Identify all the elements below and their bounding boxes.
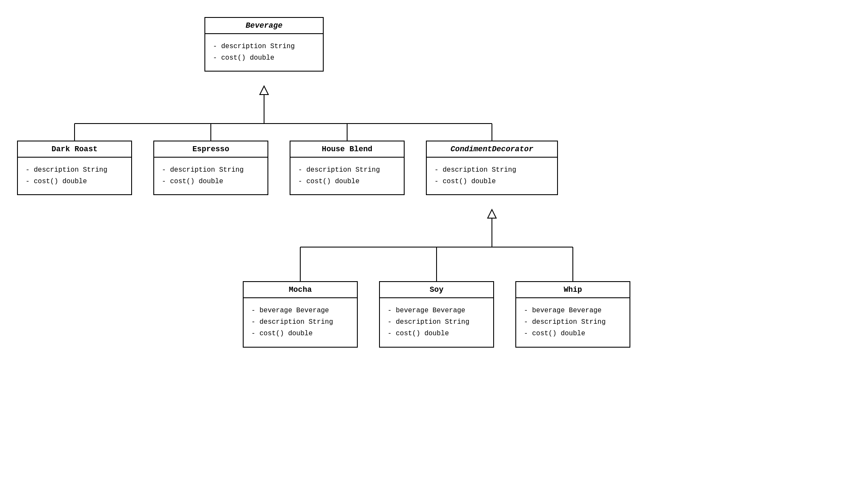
whip-field-3: - cost() double xyxy=(524,328,622,340)
whip-body: - beverage Beverage - description String… xyxy=(516,298,629,347)
condiment-decorator-body: - description String - cost() double xyxy=(427,158,557,194)
dark-roast-header: Dark Roast xyxy=(18,141,131,158)
mocha-body: - beverage Beverage - description String… xyxy=(244,298,357,347)
house-blend-class: House Blend - description String - cost(… xyxy=(290,141,405,195)
connectors-svg xyxy=(0,0,868,498)
condiment-decorator-class: CondimentDecorator - description String … xyxy=(426,141,558,195)
mocha-class: Mocha - beverage Beverage - description … xyxy=(243,281,358,348)
beverage-class: Beverage - description String - cost() d… xyxy=(204,17,324,72)
espresso-body: - description String - cost() double xyxy=(154,158,267,194)
whip-header: Whip xyxy=(516,282,629,298)
svg-marker-8 xyxy=(488,210,496,218)
dark-roast-class: Dark Roast - description String - cost()… xyxy=(17,141,132,195)
svg-marker-6 xyxy=(260,86,268,95)
beverage-header: Beverage xyxy=(205,18,323,34)
espresso-class: Espresso - description String - cost() d… xyxy=(153,141,268,195)
condiment-decorator-field-2: - cost() double xyxy=(434,176,549,187)
house-blend-field-2: - cost() double xyxy=(298,176,396,187)
house-blend-body: - description String - cost() double xyxy=(290,158,404,194)
beverage-body: - description String - cost() double xyxy=(205,34,323,71)
soy-field-2: - description String xyxy=(388,317,486,328)
whip-field-2: - description String xyxy=(524,317,622,328)
house-blend-header: House Blend xyxy=(290,141,404,158)
mocha-field-1: - beverage Beverage xyxy=(251,305,349,317)
soy-field-3: - cost() double xyxy=(388,328,486,340)
soy-body: - beverage Beverage - description String… xyxy=(380,298,493,347)
condiment-decorator-field-1: - description String xyxy=(434,164,549,176)
espresso-field-2: - cost() double xyxy=(162,176,260,187)
beverage-field-1: - description String xyxy=(213,41,315,52)
mocha-header: Mocha xyxy=(244,282,357,298)
soy-class: Soy - beverage Beverage - description St… xyxy=(379,281,494,348)
espresso-field-1: - description String xyxy=(162,164,260,176)
uml-diagram: Beverage - description String - cost() d… xyxy=(0,0,868,498)
dark-roast-field-1: - description String xyxy=(26,164,124,176)
condiment-decorator-header: CondimentDecorator xyxy=(427,141,557,158)
dark-roast-body: - description String - cost() double xyxy=(18,158,131,194)
dark-roast-field-2: - cost() double xyxy=(26,176,124,187)
soy-field-1: - beverage Beverage xyxy=(388,305,486,317)
mocha-field-3: - cost() double xyxy=(251,328,349,340)
whip-field-1: - beverage Beverage xyxy=(524,305,622,317)
house-blend-field-1: - description String xyxy=(298,164,396,176)
soy-header: Soy xyxy=(380,282,493,298)
whip-class: Whip - beverage Beverage - description S… xyxy=(515,281,630,348)
espresso-header: Espresso xyxy=(154,141,267,158)
mocha-field-2: - description String xyxy=(251,317,349,328)
beverage-field-2: - cost() double xyxy=(213,52,315,64)
